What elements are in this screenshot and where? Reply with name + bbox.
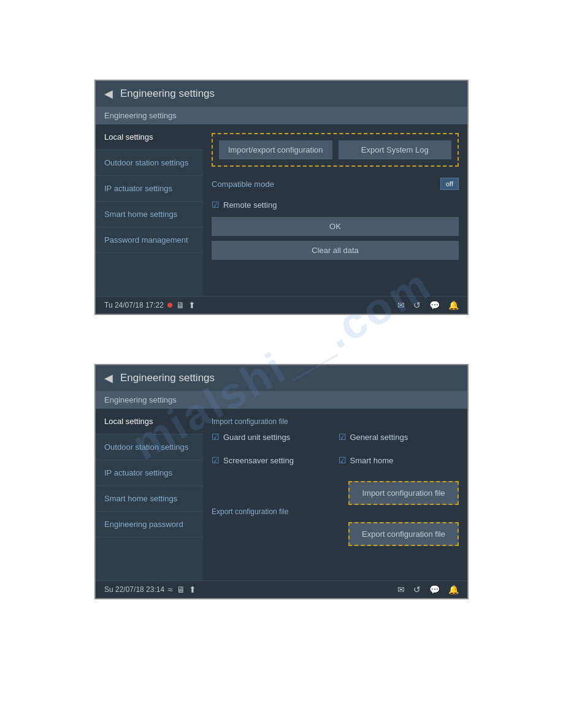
- screen2-sidebar-item-eng-password[interactable]: Engineering password: [96, 512, 203, 537]
- import-export-box: Import/export configuration Export Syste…: [212, 133, 459, 167]
- guard-unit-checkbox[interactable]: ☑: [212, 432, 220, 442]
- compatible-mode-label: Compatible mode: [212, 180, 274, 189]
- remote-setting-row: ☑ Remote setting: [212, 200, 459, 210]
- screen1-main: Import/export configuration Export Syste…: [203, 124, 467, 296]
- screen2-datetime: Su 22/07/18 23:14: [104, 585, 164, 594]
- screen2-bell-icon[interactable]: 🔔: [448, 585, 459, 594]
- smart-home-checkbox[interactable]: ☑: [339, 455, 347, 465]
- screen1-sidebar: Local settings Outdoor station settings …: [96, 124, 203, 296]
- screen2-upload-icon: ⬆: [189, 585, 196, 594]
- screen2-header: ◀ Engineering settings: [96, 365, 467, 391]
- screen2-statusbar: Su 22/07/18 23:14 ≈ 🖥 ⬆ ✉ ↺ 💬 🔔: [96, 580, 467, 598]
- sidebar-item-outdoor-station[interactable]: Outdoor station settings: [96, 150, 203, 176]
- clear-all-data-button[interactable]: Clear all data: [212, 241, 459, 260]
- screen2-sidebar: Local settings Outdoor station settings …: [96, 409, 203, 580]
- screen1-status-left: Tu 24/07/18 17:22 🖥 ⬆: [104, 300, 196, 310]
- screen2-sidebar-item-ip-actuator[interactable]: IP actuator settings: [96, 460, 203, 486]
- ok-button[interactable]: OK: [212, 217, 459, 236]
- screen2-sidebar-item-local[interactable]: Local settings: [96, 409, 203, 434]
- screen1-upload-icon: ⬆: [188, 300, 196, 310]
- screen2-status-left: Su 22/07/18 23:14 ≈ 🖥 ⬆: [104, 585, 196, 594]
- general-settings-checkbox[interactable]: ☑: [339, 432, 347, 442]
- screen1-refresh-icon[interactable]: ↺: [413, 300, 421, 310]
- screensaver-label: Screensaver setting: [223, 456, 294, 465]
- remote-setting-label: Remote setting: [223, 200, 277, 210]
- screen1-bell-icon[interactable]: 🔔: [448, 300, 459, 310]
- screen1-status-dot: [167, 303, 172, 308]
- import-section-label: Import configuration file: [212, 417, 459, 426]
- screen2-sidebar-item-outdoor[interactable]: Outdoor station settings: [96, 434, 203, 460]
- screen1-status-right: ✉ ↺ 💬 🔔: [397, 300, 459, 310]
- import-btn-wrapper: Import configuration file: [212, 481, 459, 505]
- check-smart-home: ☑ Smart home: [339, 455, 459, 465]
- screen1-frame: ◀ Engineering settings Engineering setti…: [94, 80, 469, 315]
- screen2-status-right: ✉ ↺ 💬 🔔: [397, 585, 459, 594]
- screen2-content: Local settings Outdoor station settings …: [96, 409, 467, 580]
- screen1-statusbar: Tu 24/07/18 17:22 🖥 ⬆ ✉ ↺ 💬 🔔: [96, 296, 467, 314]
- screen1-mail-icon[interactable]: ✉: [397, 300, 405, 310]
- export-syslog-button[interactable]: Export System Log: [339, 140, 452, 159]
- screen2-wifi-icon: ≈: [168, 585, 173, 594]
- screen1-chat-icon[interactable]: 💬: [429, 300, 440, 310]
- screen1-header: ◀ Engineering settings: [96, 81, 467, 107]
- export-btn-wrapper: Export configuration file: [212, 522, 459, 546]
- screen2-breadcrumb: Engineering settings: [96, 391, 467, 409]
- remote-setting-checkbox[interactable]: ☑: [212, 200, 220, 210]
- screen1-monitor-icon: 🖥: [176, 300, 185, 310]
- import-export-config-button[interactable]: Import/export configuration: [219, 140, 332, 159]
- import-config-file-button[interactable]: Import configuration file: [348, 481, 459, 505]
- check-general-settings: ☑ General settings: [339, 432, 459, 442]
- screen1-title: Engineering settings: [120, 88, 215, 100]
- smart-home-label: Smart home: [350, 456, 394, 465]
- screen2-sidebar-item-smart-home[interactable]: Smart home settings: [96, 486, 203, 512]
- screen2-refresh-icon[interactable]: ↺: [413, 585, 421, 594]
- screen2-mail-icon[interactable]: ✉: [397, 585, 405, 594]
- screen1-content: Local settings Outdoor station settings …: [96, 124, 467, 296]
- screen1-breadcrumb: Engineering settings: [96, 107, 467, 124]
- general-settings-label: General settings: [350, 433, 408, 442]
- screen1-back-icon[interactable]: ◀: [104, 87, 113, 100]
- check-guard-unit: ☑ Guard unit settings: [212, 432, 332, 442]
- export-section-label: Export configuration file: [212, 507, 459, 516]
- screen2-monitor-icon: 🖥: [177, 585, 185, 594]
- compatible-mode-toggle[interactable]: off: [440, 178, 459, 190]
- screen2-title: Engineering settings: [120, 372, 215, 384]
- screen2-frame: ◀ Engineering settings Engineering setti…: [94, 364, 469, 599]
- screen1-datetime: Tu 24/07/18 17:22: [104, 301, 164, 309]
- screensaver-checkbox[interactable]: ☑: [212, 455, 220, 465]
- sidebar-item-smart-home[interactable]: Smart home settings: [96, 202, 203, 227]
- sidebar-item-local-settings[interactable]: Local settings: [96, 124, 203, 150]
- guard-unit-label: Guard unit settings: [223, 433, 290, 442]
- import-checks-grid: ☑ Guard unit settings ☑ General settings…: [212, 432, 459, 472]
- screen2-back-icon[interactable]: ◀: [104, 371, 113, 385]
- screen2-main: Import configuration file ☑ Guard unit s…: [203, 409, 467, 580]
- check-screensaver: ☑ Screensaver setting: [212, 455, 332, 465]
- compatible-mode-row: Compatible mode off: [212, 175, 459, 192]
- sidebar-item-ip-actuator[interactable]: IP actuator settings: [96, 176, 203, 202]
- export-config-file-button[interactable]: Export configuration file: [348, 522, 459, 546]
- screen2-chat-icon[interactable]: 💬: [429, 585, 440, 594]
- sidebar-item-password-mgmt[interactable]: Password management: [96, 227, 203, 253]
